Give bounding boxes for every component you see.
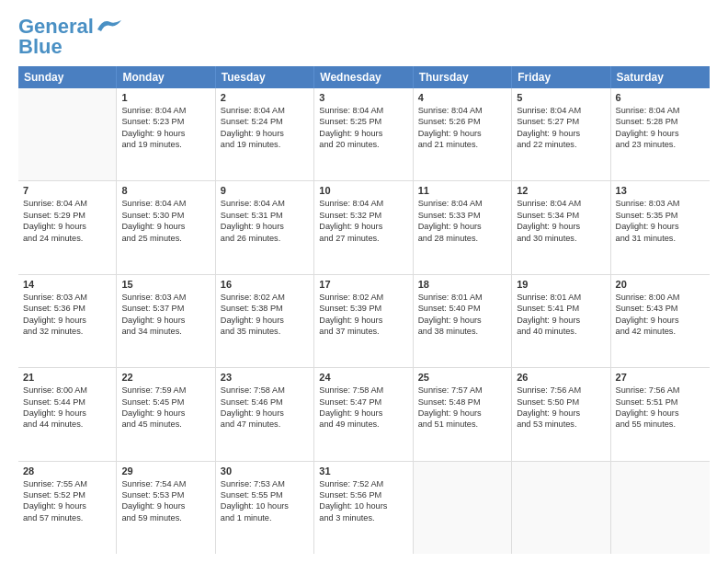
day-number: 12 [517, 185, 605, 196]
calendar-cell-day-15: 15Sunrise: 8:03 AMSunset: 5:37 PMDayligh… [117, 275, 215, 367]
sunset-text: Sunset: 5:46 PM [221, 396, 309, 408]
daylight-hours-text: Daylight: 9 hours [221, 315, 309, 326]
sunrise-text: Sunrise: 8:04 AM [517, 198, 605, 209]
daylight-minutes-text: and 37 minutes. [319, 326, 407, 337]
day-number: 13 [616, 185, 705, 196]
daylight-minutes-text: and 53 minutes. [517, 419, 605, 430]
sunrise-text: Sunrise: 8:04 AM [121, 198, 210, 209]
calendar-cell-day-29: 29Sunrise: 7:54 AMSunset: 5:53 PMDayligh… [117, 462, 215, 554]
day-number: 8 [121, 185, 210, 196]
daylight-minutes-text: and 19 minutes. [121, 139, 210, 150]
day-number: 3 [319, 92, 407, 103]
daylight-hours-text: Daylight: 9 hours [121, 221, 210, 232]
day-number: 29 [121, 465, 210, 477]
day-header-monday: Monday [117, 66, 215, 88]
logo-blue-text: Blue [18, 35, 63, 58]
day-number: 30 [221, 465, 309, 477]
sunrise-text: Sunrise: 8:03 AM [23, 292, 111, 303]
day-number: 6 [616, 92, 705, 103]
sunset-text: Sunset: 5:45 PM [121, 396, 210, 408]
sunset-text: Sunset: 5:55 PM [221, 489, 309, 500]
sunset-text: Sunset: 5:41 PM [517, 303, 605, 314]
page-header: General Blue [18, 17, 710, 57]
sunset-text: Sunset: 5:33 PM [418, 210, 506, 221]
daylight-minutes-text: and 20 minutes. [319, 139, 407, 150]
day-number: 18 [418, 279, 506, 290]
sunset-text: Sunset: 5:26 PM [418, 116, 506, 127]
day-number: 26 [517, 372, 605, 383]
daylight-hours-text: Daylight: 9 hours [616, 221, 705, 232]
day-number: 24 [319, 372, 407, 383]
daylight-hours-text: Daylight: 9 hours [616, 128, 705, 139]
sunrise-text: Sunrise: 7:58 AM [221, 385, 309, 396]
sunrise-text: Sunrise: 7:52 AM [319, 478, 407, 489]
sunrise-text: Sunrise: 8:01 AM [418, 292, 506, 303]
day-number: 17 [319, 279, 407, 290]
calendar-cell-day-25: 25Sunrise: 7:57 AMSunset: 5:48 PMDayligh… [414, 368, 512, 460]
sunrise-text: Sunrise: 8:03 AM [121, 292, 210, 303]
calendar: SundayMondayTuesdayWednesdayThursdayFrid… [18, 66, 710, 554]
day-number: 16 [221, 279, 309, 290]
sunset-text: Sunset: 5:53 PM [121, 489, 210, 500]
daylight-minutes-text: and 19 minutes. [221, 139, 309, 150]
daylight-minutes-text: and 34 minutes. [121, 326, 210, 337]
daylight-minutes-text: and 45 minutes. [121, 419, 210, 430]
sunrise-text: Sunrise: 7:57 AM [418, 385, 506, 396]
sunrise-text: Sunrise: 8:02 AM [319, 292, 407, 303]
daylight-minutes-text: and 28 minutes. [418, 233, 506, 244]
daylight-hours-text: Daylight: 9 hours [418, 408, 506, 419]
daylight-hours-text: Daylight: 9 hours [121, 500, 210, 511]
daylight-hours-text: Daylight: 9 hours [121, 128, 210, 139]
calendar-cell-day-16: 16Sunrise: 8:02 AMSunset: 5:38 PMDayligh… [216, 275, 314, 367]
calendar-cell-empty [18, 88, 117, 180]
sunrise-text: Sunrise: 8:03 AM [616, 198, 705, 209]
daylight-minutes-text: and 55 minutes. [616, 419, 705, 430]
calendar-cell-day-20: 20Sunrise: 8:00 AMSunset: 5:43 PMDayligh… [611, 275, 710, 367]
day-header-wednesday: Wednesday [314, 66, 413, 88]
sunset-text: Sunset: 5:44 PM [23, 396, 111, 408]
sunrise-text: Sunrise: 7:59 AM [121, 385, 210, 396]
calendar-cell-day-2: 2Sunrise: 8:04 AMSunset: 5:24 PMDaylight… [216, 88, 314, 180]
sunset-text: Sunset: 5:34 PM [517, 210, 605, 221]
calendar-cell-day-12: 12Sunrise: 8:04 AMSunset: 5:34 PMDayligh… [512, 181, 610, 273]
calendar-cell-day-28: 28Sunrise: 7:55 AMSunset: 5:52 PMDayligh… [18, 462, 117, 554]
daylight-hours-text: Daylight: 9 hours [221, 221, 309, 232]
calendar-cell-day-1: 1Sunrise: 8:04 AMSunset: 5:23 PMDaylight… [117, 88, 215, 180]
sunrise-text: Sunrise: 7:55 AM [23, 478, 111, 489]
sunrise-text: Sunrise: 8:02 AM [221, 292, 309, 303]
daylight-hours-text: Daylight: 9 hours [418, 128, 506, 139]
daylight-minutes-text: and 3 minutes. [319, 512, 407, 523]
daylight-minutes-text: and 44 minutes. [23, 419, 111, 430]
daylight-minutes-text: and 35 minutes. [221, 326, 309, 337]
sunrise-text: Sunrise: 7:53 AM [221, 478, 309, 489]
sunrise-text: Sunrise: 8:04 AM [221, 198, 309, 209]
logo: General Blue [18, 17, 121, 57]
day-number: 31 [319, 465, 407, 477]
day-number: 28 [23, 465, 111, 477]
day-number: 25 [418, 372, 506, 383]
calendar-cell-day-30: 30Sunrise: 7:53 AMSunset: 5:55 PMDayligh… [216, 462, 314, 554]
calendar-cell-day-31: 31Sunrise: 7:52 AMSunset: 5:56 PMDayligh… [314, 462, 413, 554]
daylight-hours-text: Daylight: 10 hours [319, 500, 407, 511]
daylight-hours-text: Daylight: 9 hours [121, 315, 210, 326]
daylight-hours-text: Daylight: 9 hours [23, 315, 111, 326]
daylight-minutes-text: and 32 minutes. [23, 326, 111, 337]
calendar-cell-day-9: 9Sunrise: 8:04 AMSunset: 5:31 PMDaylight… [216, 181, 314, 273]
day-number: 19 [517, 279, 605, 290]
day-number: 23 [221, 372, 309, 383]
logo-bird-icon [96, 17, 121, 33]
calendar-cell-day-21: 21Sunrise: 8:00 AMSunset: 5:44 PMDayligh… [18, 368, 117, 460]
daylight-hours-text: Daylight: 9 hours [23, 500, 111, 511]
sunrise-text: Sunrise: 7:56 AM [616, 385, 705, 396]
daylight-hours-text: Daylight: 9 hours [121, 408, 210, 419]
sunset-text: Sunset: 5:40 PM [418, 303, 506, 314]
daylight-minutes-text: and 25 minutes. [121, 233, 210, 244]
calendar-cell-day-24: 24Sunrise: 7:58 AMSunset: 5:47 PMDayligh… [314, 368, 413, 460]
daylight-minutes-text: and 57 minutes. [23, 512, 111, 523]
daylight-minutes-text: and 38 minutes. [418, 326, 506, 337]
sunset-text: Sunset: 5:23 PM [121, 116, 210, 127]
day-number: 1 [121, 92, 210, 103]
daylight-hours-text: Daylight: 9 hours [418, 221, 506, 232]
sunrise-text: Sunrise: 8:04 AM [221, 105, 309, 116]
daylight-minutes-text: and 59 minutes. [121, 512, 210, 523]
